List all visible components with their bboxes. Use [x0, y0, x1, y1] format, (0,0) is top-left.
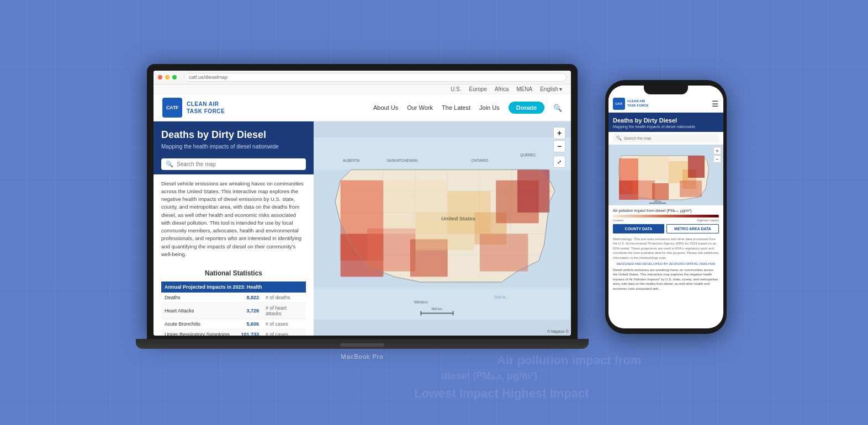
search-input[interactable] [177, 161, 301, 167]
stats-table: Annual Projected Impacts in 2023: Health… [161, 281, 306, 336]
map-controls: + − ⤢ [553, 127, 565, 168]
fullscreen-button[interactable]: ⤢ [553, 156, 565, 168]
laptop-notch [340, 343, 384, 347]
phone-screen: CA TF CLEAN AIR TASK FORCE ☰ Deaths by D… [608, 86, 723, 328]
stat-value: 8,822 [238, 293, 263, 303]
phone-zoom-out[interactable]: − [713, 155, 721, 163]
topbar-link-us[interactable]: U.S. [451, 86, 461, 92]
phone-notch [644, 86, 688, 94]
stat-unit: # of heart attacks [262, 303, 306, 319]
stat-value: 5,606 [238, 319, 263, 330]
search-icon[interactable]: 🔍 [553, 104, 562, 112]
phone-zoom-in[interactable]: + [713, 147, 721, 155]
topbar-link-mena[interactable]: MENA [516, 86, 532, 92]
language-selector[interactable]: English ▾ [540, 86, 562, 92]
laptop-brand-label: MacBook Pro [341, 351, 383, 361]
phone-subtitle: Mapping the health impacts of diesel nat… [613, 125, 719, 129]
chevron-down-icon: ▾ [559, 86, 562, 92]
site-header: U.S. Europe Africa MENA English ▾ CA [154, 84, 571, 121]
svg-rect-42 [652, 183, 669, 200]
sidebar-header: Deaths by Dirty Diesel Mapping the healt… [154, 121, 314, 154]
zoom-out-button[interactable]: − [553, 140, 565, 152]
stat-unit: # of cases [262, 319, 306, 330]
svg-text:United States: United States [441, 215, 475, 221]
logo-text: CLEAN AIR TASK FORCE [187, 100, 225, 115]
svg-rect-45 [688, 156, 705, 178]
legend-high-label: Highest impact [697, 219, 719, 222]
sidebar: Deaths by Dirty Diesel Mapping the healt… [154, 121, 314, 336]
stat-label: Acute Bronchitis [161, 319, 238, 330]
search-icon: 🔍 [166, 161, 173, 168]
phone-logo-box: CA TF [613, 98, 625, 110]
phone-search-icon: 🔍 [616, 136, 622, 141]
svg-rect-15 [367, 229, 415, 272]
phone-county-button[interactable]: COUNTY DATA [613, 224, 664, 233]
stats-title: National Statistics [161, 269, 306, 277]
stat-unit: # of deaths [262, 293, 306, 303]
sidebar-description: Diesel vehicle emissions are wreaking ha… [154, 174, 314, 264]
svg-text:SASKATCHEWAN: SASKATCHEWAN [387, 158, 417, 162]
phone-search-input[interactable] [624, 136, 716, 140]
svg-rect-41 [633, 180, 655, 200]
svg-rect-47 [638, 156, 669, 180]
phone-logo: CA TF CLEAN AIR TASK FORCE [613, 98, 649, 110]
phone-search-box: 🔍 [613, 134, 719, 142]
site-content: Deaths by Dirty Diesel Mapping the healt… [154, 121, 571, 336]
sidebar-search-box: 🔍 [161, 158, 306, 170]
zoom-in-button[interactable]: + [553, 127, 565, 139]
phone-map-controls: + − [713, 147, 721, 163]
legend-low-label: Lowest [613, 219, 623, 222]
nav-join-us[interactable]: Join Us [479, 104, 500, 111]
stat-label: Deaths [161, 293, 238, 303]
stat-value: 101,733 [238, 330, 263, 336]
phone-developed-by: DESIGNED AND DEVELOPED BY ZEVROSS SPATIA… [613, 262, 719, 265]
stat-label: Heart Attacks [161, 303, 238, 319]
phone-title: Deaths by Dirty Diesel [613, 117, 719, 124]
phone-methodology-text: Methodology: This tool uses emissions an… [613, 237, 719, 260]
main-nav: About Us Our Work The Latest Join Us Don… [373, 102, 562, 114]
phone-title-section: Deaths by Dirty Diesel Mapping the healt… [608, 113, 723, 132]
svg-rect-20 [517, 169, 549, 212]
nav-about-us[interactable]: About Us [373, 104, 398, 111]
map-attribution: © Mapbox © [547, 330, 569, 333]
developed-by-link[interactable]: DESIGNED AND DEVELOPED BY ZEVROSS SPATIA… [616, 262, 715, 265]
us-map-svg: United States ONTARIO SASKATCHEWAN ALBER… [314, 121, 571, 336]
phone-metro-button[interactable]: METRO AREA DATA [666, 224, 719, 233]
phone-description: Diesel vehicle emissions are wreaking ha… [613, 268, 719, 291]
donate-button[interactable]: Donate [509, 102, 544, 114]
phone-data-buttons: COUNTY DATA METRO AREA DATA [613, 224, 719, 233]
svg-text:Mexico: Mexico [414, 300, 428, 305]
table-row: Deaths 8,822 # of deaths [161, 293, 306, 303]
nav-our-work[interactable]: Our Work [407, 104, 433, 111]
browser-close-dot[interactable] [158, 75, 162, 79]
browser-nav: catf.us/dieselmap [154, 71, 571, 84]
browser-maximize-dot[interactable] [172, 75, 177, 79]
browser-url-bar[interactable]: catf.us/dieselmap [184, 73, 567, 82]
svg-rect-2 [314, 288, 571, 320]
phone-legend-label: Air pollution impact from diesel (PM₂.₅,… [613, 209, 719, 213]
svg-text:500 km: 500 km [654, 200, 661, 203]
topbar-link-europe[interactable]: Europe [469, 86, 486, 92]
browser-minimize-dot[interactable] [165, 75, 170, 79]
nav-the-latest[interactable]: The Latest [442, 104, 470, 111]
phone-logo-text: CLEAN AIR TASK FORCE [627, 99, 649, 108]
sidebar-subtitle: Mapping the health impacts of diesel nat… [161, 144, 306, 150]
table-row: Heart Attacks 3,728 # of heart attacks [161, 303, 306, 319]
svg-rect-21 [480, 234, 528, 272]
phone-map-area[interactable]: 500 km + − [608, 145, 723, 205]
stat-unit: # of cases [262, 330, 306, 336]
table-row: Acute Bronchitis 5,606 # of cases [161, 319, 306, 330]
svg-text:Gulf of...: Gulf of... [494, 295, 509, 299]
hamburger-menu-icon[interactable]: ☰ [712, 99, 719, 108]
svg-text:ALBERTA: ALBERTA [343, 158, 360, 162]
svg-text:500 km: 500 km [432, 307, 442, 311]
phone-legend-bar [613, 215, 719, 217]
table-row: Upper Respiratory Symptoms 101,733 # of … [161, 330, 306, 336]
laptop-device: catf.us/dieselmap U.S. Europe Africa MEN… [141, 64, 583, 361]
stats-table-header: Annual Projected Impacts in 2023: Health [161, 281, 306, 293]
laptop-screen: catf.us/dieselmap U.S. Europe Africa MEN… [154, 71, 571, 336]
topbar-link-africa[interactable]: Africa [495, 86, 509, 92]
site-topbar: U.S. Europe Africa MENA English ▾ [154, 84, 571, 94]
phone-content: Air pollution impact from diesel (PM₂.₅,… [608, 205, 723, 328]
map-area[interactable]: United States ONTARIO SASKATCHEWAN ALBER… [314, 121, 571, 336]
